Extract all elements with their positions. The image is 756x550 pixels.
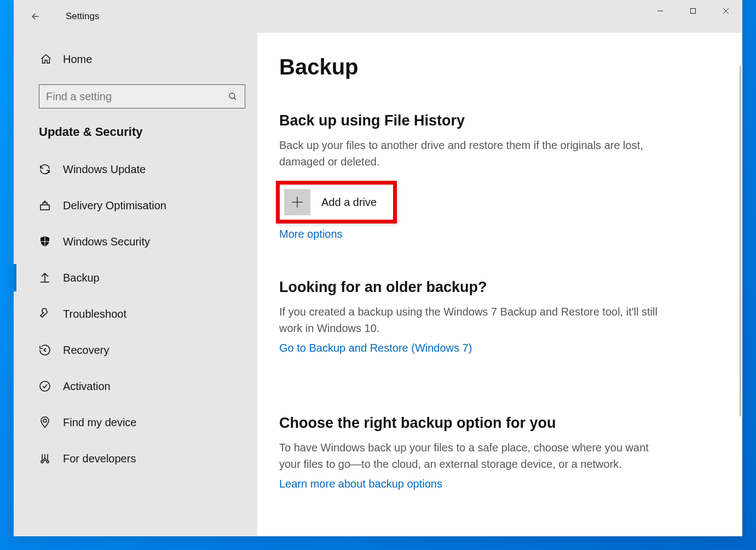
sidebar-item-for-developers[interactable]: For developers [14, 440, 257, 477]
window-controls [644, 0, 742, 22]
home-icon [39, 53, 53, 65]
sidebar-item-label: Backup [63, 272, 100, 284]
home-button[interactable]: Home [14, 44, 257, 75]
backup-icon [37, 271, 53, 284]
sidebar-item-troubleshoot[interactable]: Troubleshoot [14, 296, 257, 332]
more-options-link[interactable]: More options [279, 228, 343, 240]
maximize-icon [690, 8, 696, 14]
sidebar-section-heading: Update & Security [14, 118, 257, 151]
close-icon [723, 8, 729, 14]
close-button[interactable] [709, 0, 742, 22]
sidebar-item-windows-security[interactable]: Windows Security [14, 224, 257, 260]
svg-point-9 [40, 381, 50, 391]
sidebar-item-find-my-device[interactable]: Find my device [14, 404, 257, 440]
sync-icon [37, 163, 53, 176]
maximize-button[interactable] [677, 0, 709, 22]
sidebar-item-label: Delivery Optimisation [63, 199, 166, 212]
arrow-left-icon [30, 11, 41, 22]
sidebar-item-label: Windows Security [63, 236, 150, 248]
scrollbar[interactable] [740, 66, 741, 416]
svg-point-15 [44, 459, 46, 461]
sidebar-item-label: Find my device [63, 416, 137, 429]
svg-rect-1 [691, 9, 696, 14]
older-link[interactable]: Go to Backup and Restore (Windows 7) [279, 342, 472, 354]
window-title: Settings [66, 11, 99, 22]
location-icon [37, 416, 53, 429]
svg-line-5 [234, 98, 236, 100]
sidebar-item-windows-update[interactable]: Windows Update [14, 151, 257, 187]
recovery-icon [37, 343, 53, 357]
check-circle-icon [37, 380, 53, 393]
minimize-button[interactable] [644, 0, 677, 22]
search-input[interactable] [39, 84, 245, 108]
sidebar-item-label: For developers [63, 452, 136, 465]
sidebar-item-recovery[interactable]: Recovery [14, 332, 257, 368]
choose-heading: Choose the right backup option for you [279, 415, 709, 432]
add-drive-label: Add a drive [321, 196, 377, 209]
sidebar-item-label: Recovery [63, 344, 109, 357]
delivery-icon [37, 199, 53, 212]
plus-icon [284, 189, 310, 215]
developers-icon [37, 452, 53, 465]
home-label: Home [63, 53, 92, 66]
settings-window: Settings Home Update & Security [14, 0, 742, 536]
minimize-icon [657, 8, 663, 14]
search-icon [228, 91, 238, 101]
shield-icon [37, 235, 53, 248]
sidebar-item-label: Activation [63, 380, 111, 393]
svg-point-14 [41, 461, 43, 463]
content-pane: Backup Back up using File History Back u… [257, 33, 742, 536]
svg-rect-6 [41, 205, 49, 210]
sidebar: Home Update & Security Windows Update [14, 33, 257, 536]
older-desc: If you created a backup using the Window… [279, 303, 662, 336]
filehistory-desc: Back up your files to another drive and … [279, 137, 662, 170]
sidebar-item-label: Windows Update [63, 163, 146, 176]
page-title: Backup [279, 55, 709, 79]
filehistory-heading: Back up using File History [279, 112, 709, 129]
svg-point-16 [47, 461, 49, 463]
add-drive-button[interactable]: Add a drive [276, 181, 397, 224]
sidebar-item-activation[interactable]: Activation [14, 368, 257, 404]
svg-point-10 [43, 419, 47, 422]
older-heading: Looking for an older backup? [279, 279, 709, 296]
search-wrap [39, 84, 245, 108]
choose-link[interactable]: Learn more about backup options [279, 478, 442, 490]
wrench-icon [37, 307, 53, 320]
sidebar-item-label: Troubleshoot [63, 308, 126, 320]
back-button[interactable] [22, 0, 49, 33]
choose-desc: To have Windows back up your files to a … [279, 439, 662, 472]
sidebar-item-backup[interactable]: Backup [14, 260, 257, 296]
titlebar: Settings [14, 0, 742, 33]
sidebar-item-delivery-optimisation[interactable]: Delivery Optimisation [14, 187, 257, 224]
